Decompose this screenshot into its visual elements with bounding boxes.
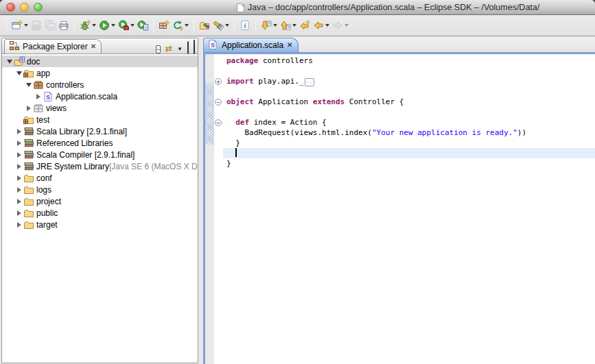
new-java-project-button[interactable]: [157, 17, 171, 34]
tab-package-explorer[interactable]: Package Explorer ✕: [4, 39, 102, 53]
expander-icon[interactable]: [15, 129, 23, 134]
expander-icon[interactable]: [15, 222, 23, 228]
info-toggle-button[interactable]: i: [238, 17, 252, 34]
expander-icon[interactable]: [15, 199, 23, 204]
dropdown-arrow-icon[interactable]: [273, 24, 277, 27]
code-line[interactable]: import play.api._..: [223, 76, 595, 86]
project-tree: SdocappcontrollersSApplication.scalaview…: [2, 54, 198, 363]
tab-application-scala[interactable]: S Application.scala ✕: [203, 38, 299, 52]
code-segment-keyword: import: [226, 77, 254, 86]
code-editor[interactable]: package controllersimport play.api._..ob…: [223, 54, 595, 364]
expander-icon[interactable]: [15, 164, 23, 169]
expander-icon[interactable]: [34, 94, 42, 99]
tree-item-label: app: [36, 69, 50, 78]
expander-icon[interactable]: [15, 152, 23, 158]
expander-icon[interactable]: [25, 106, 32, 111]
save-button[interactable]: [30, 17, 43, 34]
tree-item-app[interactable]: app: [2, 67, 198, 79]
annotation-ruler[interactable]: [205, 54, 214, 364]
expander-icon[interactable]: [25, 83, 32, 87]
titlebar: Java – doc/app/controllers/Application.s…: [0, 0, 595, 15]
tree-item-logs[interactable]: logs: [2, 184, 198, 195]
code-line[interactable]: }: [223, 158, 595, 169]
new-scala-wizard-button[interactable]: [171, 17, 190, 34]
dropdown-arrow-icon[interactable]: [345, 24, 349, 27]
close-view-icon[interactable]: ✕: [91, 43, 96, 50]
tree-item-conf[interactable]: conf: [2, 172, 198, 184]
tree-item-application.scala[interactable]: SApplication.scala: [2, 90, 198, 102]
dropdown-arrow-icon[interactable]: [24, 24, 28, 27]
expander-icon[interactable]: [5, 60, 13, 64]
new-wizard-button[interactable]: [10, 17, 30, 34]
last-edit-location-button[interactable]: [298, 17, 312, 34]
fold-collapse-icon[interactable]: −: [215, 119, 222, 126]
link-with-editor-button[interactable]: ⇄: [165, 42, 172, 54]
next-annotation-icon: [261, 20, 272, 31]
code-line[interactable]: [223, 107, 595, 117]
zoom-window-button[interactable]: [34, 3, 43, 12]
back-button[interactable]: [312, 17, 331, 34]
previous-annotation-button[interactable]: [279, 17, 298, 34]
run-external-tools-button[interactable]: [117, 17, 136, 34]
print-button[interactable]: [57, 17, 71, 34]
package-explorer-panel: Package Explorer ✕ −⇄▼ Sdocappcontroller…: [1, 38, 198, 363]
svg-text:S: S: [20, 57, 23, 62]
code-line[interactable]: }: [223, 138, 595, 148]
code-line[interactable]: package controllers: [223, 56, 595, 66]
tree-item-label: views: [46, 104, 67, 113]
forward-button[interactable]: [331, 17, 350, 34]
save-all-button[interactable]: [43, 17, 57, 34]
eclipse-window: Java – doc/app/controllers/Application.s…: [0, 0, 595, 364]
maximize-view-button[interactable]: [194, 42, 195, 54]
expander-icon[interactable]: [15, 71, 23, 75]
close-editor-icon[interactable]: ✕: [287, 42, 292, 49]
expander-icon[interactable]: [15, 141, 23, 146]
close-window-button[interactable]: [6, 3, 15, 12]
code-line[interactable]: def index = Action {: [223, 117, 595, 128]
tree-item-label: target: [36, 220, 58, 230]
tree-item-public[interactable]: public: [2, 207, 198, 219]
open-type-button[interactable]: [198, 17, 211, 34]
dropdown-arrow-icon[interactable]: [185, 24, 189, 27]
debug-button[interactable]: [78, 17, 97, 34]
fold-collapse-icon[interactable]: −: [215, 99, 222, 106]
tree-item-jre[interactable]: JRE System Library [Java SE 6 (MacOS X D…: [2, 160, 198, 172]
tree-item-project[interactable]: project: [2, 195, 198, 207]
tree-item-doc[interactable]: Sdoc: [2, 56, 198, 67]
next-annotation-button[interactable]: [259, 17, 279, 34]
view-menu-button[interactable]: ▼: [177, 41, 183, 54]
main-toolbar: i: [0, 15, 595, 36]
search-button[interactable]: [211, 17, 231, 34]
expander-icon[interactable]: [15, 175, 23, 181]
tree-item-scala[interactable]: Scala Library [2.9.1.final]: [2, 125, 198, 137]
dropdown-arrow-icon[interactable]: [325, 24, 329, 27]
tree-item-scala[interactable]: Scala Compiler [2.9.1.final]: [2, 149, 198, 160]
fold-expand-icon[interactable]: +: [215, 78, 222, 85]
code-line-current[interactable]: [223, 148, 595, 158]
document-proxy-icon[interactable]: [237, 3, 244, 12]
collapse-all-button[interactable]: −: [156, 42, 161, 54]
tree-item-referenced[interactable]: Referenced Libraries: [2, 137, 198, 149]
code-line[interactable]: object Application extends Controller {: [223, 97, 595, 107]
expander-icon[interactable]: [15, 210, 23, 216]
run-file-icon: [137, 20, 148, 31]
dropdown-arrow-icon[interactable]: [111, 24, 115, 27]
dropdown-arrow-icon[interactable]: [292, 24, 296, 27]
new-java-project-icon: [159, 20, 170, 31]
tree-item-controllers[interactable]: controllers: [2, 79, 198, 90]
minimize-view-button[interactable]: [187, 42, 189, 54]
expander-icon[interactable]: [15, 187, 23, 193]
run-file-button[interactable]: [136, 17, 150, 34]
tree-item-views[interactable]: views: [2, 102, 198, 114]
tree-item-test[interactable]: test: [2, 114, 198, 125]
run-button[interactable]: [97, 17, 117, 34]
dropdown-arrow-icon[interactable]: [225, 24, 229, 27]
dropdown-arrow-icon[interactable]: [92, 24, 96, 27]
minimize-window-button[interactable]: [20, 3, 29, 12]
code-line[interactable]: [223, 66, 595, 76]
code-line[interactable]: [223, 86, 595, 97]
toolbar-separator: [234, 19, 235, 32]
dropdown-arrow-icon[interactable]: [130, 24, 135, 27]
tree-item-target[interactable]: target: [2, 219, 198, 230]
code-line[interactable]: BadRequest(views.html.index("Your new ap…: [223, 128, 595, 138]
